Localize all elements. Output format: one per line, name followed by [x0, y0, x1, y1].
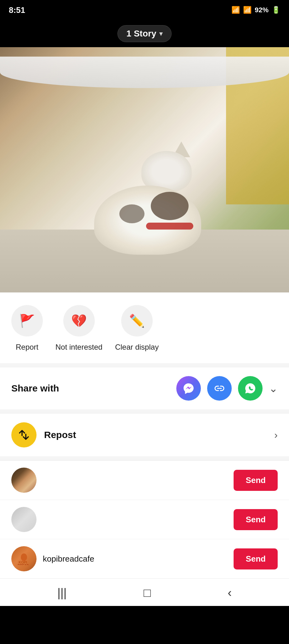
clear-display-action[interactable]: ✏️ Clear display: [115, 305, 159, 352]
recent-apps-button[interactable]: |||: [57, 586, 67, 600]
avatar-icon: KOPI BREAD: [16, 552, 32, 565]
repost-left: Repost: [11, 422, 76, 447]
not-interested-icon-circle: 💔: [63, 305, 95, 336]
story-badge-label: 1 Story: [127, 29, 156, 39]
whatsapp-button[interactable]: [238, 376, 263, 401]
wifi-icon: 📶: [231, 6, 240, 14]
share-section: Share with ⌄: [0, 367, 289, 409]
send-button[interactable]: Send: [234, 509, 278, 530]
status-bar: 8:51 📶 📶 92% 🔋: [0, 0, 289, 19]
home-button[interactable]: □: [144, 586, 151, 600]
contact-row: Send: [0, 500, 289, 539]
repost-icon: [17, 428, 31, 442]
battery-icon: 🔋: [272, 6, 280, 14]
svg-point-0: [21, 553, 27, 561]
repost-label: Repost: [44, 430, 76, 440]
report-label: Report: [16, 342, 38, 352]
contacts-section: Send Send KOPI BREAD kopibreadcafe Send: [0, 460, 289, 578]
whatsapp-icon: [244, 382, 257, 395]
action-buttons-section: 🚩 Report 💔 Not interested ✏️ Clear displ…: [0, 292, 289, 363]
repost-icon-circle: [11, 422, 37, 447]
cat-body-main: [94, 186, 201, 255]
cat-patch-2: [119, 204, 144, 223]
link-icon: [213, 382, 226, 395]
send-button[interactable]: Send: [234, 470, 278, 491]
story-badge-chevron: ▾: [159, 30, 162, 37]
bed-frame: [0, 57, 289, 88]
cat-patch-1: [151, 192, 189, 220]
cat-illustration: [78, 167, 211, 255]
messenger-share-button[interactable]: [176, 376, 201, 401]
avatar: [11, 468, 37, 493]
not-interested-icon: 💔: [71, 314, 87, 328]
share-more-chevron[interactable]: ⌄: [269, 382, 278, 395]
not-interested-label: Not interested: [55, 342, 102, 352]
story-image: [0, 47, 289, 292]
report-action[interactable]: 🚩 Report: [11, 305, 43, 352]
repost-section[interactable]: Repost ›: [0, 414, 289, 456]
story-badge-area: 1 Story ▾: [0, 19, 289, 47]
story-badge[interactable]: 1 Story ▾: [117, 25, 172, 42]
messenger-icon: [182, 382, 195, 395]
share-with-label: Share with: [11, 383, 59, 394]
report-icon-circle: 🚩: [11, 305, 43, 336]
clear-display-icon-circle: ✏️: [121, 305, 153, 336]
contact-row: KOPI BREAD kopibreadcafe Send: [0, 539, 289, 578]
clear-display-label: Clear display: [115, 342, 159, 352]
report-icon: 🚩: [19, 314, 35, 328]
clear-display-icon: ✏️: [129, 314, 145, 328]
signal-icon: 📶: [243, 6, 252, 14]
contact-row: Send: [0, 460, 289, 500]
cat-collar: [146, 223, 193, 230]
share-icons-group: ⌄: [176, 376, 278, 401]
send-button[interactable]: Send: [234, 548, 278, 569]
not-interested-action[interactable]: 💔 Not interested: [55, 305, 102, 352]
battery-percent: 92%: [255, 6, 269, 14]
repost-chevron: ›: [274, 429, 278, 441]
nav-bar: ||| □ ‹: [0, 578, 289, 606]
copy-link-button[interactable]: [207, 376, 232, 401]
status-icons: 📶 📶 92% 🔋: [231, 6, 280, 14]
avatar: KOPI BREAD: [11, 546, 37, 571]
avatar: [11, 507, 37, 532]
contact-name: kopibreadcafe: [43, 554, 234, 564]
back-button[interactable]: ‹: [228, 586, 232, 600]
svg-text:BREAD: BREAD: [18, 564, 29, 565]
status-time: 8:51: [9, 5, 25, 15]
bottom-sheet: 🚩 Report 💔 Not interested ✏️ Clear displ…: [0, 292, 289, 578]
